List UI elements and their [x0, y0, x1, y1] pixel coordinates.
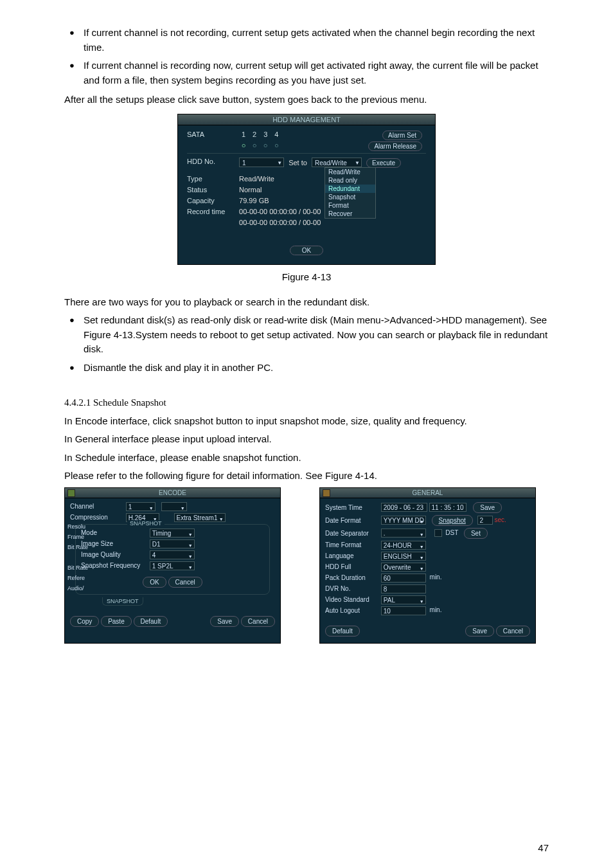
channel-extra[interactable]: ▼: [161, 502, 187, 511]
type-label: Type: [187, 175, 237, 183]
time-input[interactable]: 11 : 35 : 10: [429, 503, 466, 512]
hdd-full-select[interactable]: Overwrite▼: [381, 563, 426, 572]
auto-logout-input[interactable]: 10: [381, 606, 426, 615]
image-size-select[interactable]: D1▼: [150, 539, 195, 548]
dropdown-item[interactable]: Recover: [325, 210, 375, 218]
dvr-no-label: DVR No.: [325, 585, 379, 592]
capacity-value: 79.99 GB: [239, 197, 269, 204]
snapshot-cancel-button[interactable]: Cancel: [168, 577, 202, 588]
date-input[interactable]: 2009 - 06 - 23: [381, 503, 427, 512]
sata-status-1: ○: [239, 141, 248, 149]
dialog-title: HDD MANAGEMENT: [178, 114, 435, 125]
bitrate-label: Bit Rate: [67, 542, 88, 552]
paragraph: There are two ways for you to playback o…: [64, 295, 549, 310]
dialog-title: GENERAL: [320, 488, 535, 498]
save-button[interactable]: Save: [465, 626, 494, 637]
dropdown-item-selected[interactable]: Redundant: [325, 185, 375, 193]
snapshot-nested-panel: SNAPSHOT Mode Timing▼ Image Size D1▼ Ima…: [75, 524, 270, 595]
channel-label: Channel: [70, 503, 124, 510]
channel-select[interactable]: 1▼: [126, 502, 155, 511]
record-time-value-2: 00-00-00 00:00:00 / 00-00: [239, 219, 321, 226]
execute-button[interactable]: Execute: [366, 158, 401, 168]
dropdown-item[interactable]: Format: [325, 201, 375, 210]
save-time-button[interactable]: Save: [473, 502, 502, 513]
min-label: min.: [430, 606, 442, 613]
copy-button[interactable]: Copy: [70, 616, 99, 627]
dropdown-item[interactable]: Read/Write: [325, 168, 375, 176]
bullet-item: Dismantle the disk and play it in anothe…: [84, 361, 549, 375]
extra-stream-select[interactable]: Extra Stream1▼: [174, 513, 226, 522]
image-size-label: Image Size: [81, 540, 148, 547]
paragraph: In General interface please input upload…: [64, 432, 549, 447]
dvr-no-input[interactable]: 8: [381, 584, 426, 593]
sata-label: SATA: [187, 131, 237, 138]
sata-col-2: 2: [250, 131, 259, 138]
min-label: min.: [430, 574, 442, 581]
snapshot-freq-select[interactable]: 1 SP2L▼: [150, 561, 195, 570]
mode-label: Mode: [81, 529, 148, 536]
reference-label: Refere: [67, 573, 88, 583]
snapshot-sec-input[interactable]: 2: [477, 516, 493, 525]
pack-duration-label: Pack Duration: [325, 574, 379, 581]
default-button[interactable]: Default: [134, 616, 168, 627]
status-label: Status: [187, 186, 237, 194]
hdd-management-dialog: HDD MANAGEMENT SATA 1 2 3 4 Alarm Set ○ …: [177, 114, 436, 265]
paragraph: In Schedule interface, please enable sna…: [64, 451, 549, 466]
dropdown-item[interactable]: Read only: [325, 176, 375, 185]
cancel-button[interactable]: Cancel: [496, 626, 530, 637]
system-time-label: System Time: [325, 504, 379, 511]
paragraph: In Encode interface, click snapshot butt…: [64, 414, 549, 429]
paragraph: Please refer to the following figure for…: [64, 469, 549, 484]
set-to-select[interactable]: Read/Write▼: [312, 158, 362, 167]
sata-status-2: ○: [250, 141, 259, 149]
mode-select[interactable]: Timing▼: [150, 529, 195, 538]
hdd-no-label: HDD No.: [187, 158, 237, 165]
save-button[interactable]: Save: [210, 616, 239, 627]
dropdown-item[interactable]: Snapshot: [325, 193, 375, 201]
cancel-button[interactable]: Cancel: [241, 616, 275, 627]
status-value: Normal: [239, 186, 262, 194]
set-to-dropdown[interactable]: Read/Write Read only Redundant Snapshot …: [324, 167, 376, 219]
paste-button[interactable]: Paste: [101, 616, 132, 627]
snapshot-button[interactable]: Snapshot: [432, 515, 473, 526]
sata-status-3: ○: [261, 141, 270, 149]
sata-col-3: 3: [261, 131, 270, 138]
capacity-label: Capacity: [187, 197, 237, 204]
video-standard-select[interactable]: PAL▼: [381, 595, 426, 604]
default-button[interactable]: Default: [325, 626, 360, 637]
record-time-value-1: 00-00-00 00:00:00 / 00-00: [239, 208, 321, 215]
bullet-item: If current channel is recording now, cur…: [84, 59, 549, 87]
sata-col-1: 1: [239, 131, 248, 138]
language-label: Language: [325, 552, 379, 559]
snapshot-tab[interactable]: SNAPSHOT: [102, 597, 143, 606]
encode-dialog: ENCODE Channel 1▼ ▼ Compression H.264▼ E…: [64, 487, 281, 644]
snapshot-ok-button[interactable]: OK: [143, 577, 166, 588]
pack-duration-input[interactable]: 60: [381, 574, 426, 583]
alarm-release-button[interactable]: Alarm Release: [368, 141, 422, 151]
alarm-set-button[interactable]: Alarm Set: [382, 131, 422, 140]
image-quality-select[interactable]: 4▼: [150, 550, 195, 559]
type-value: Read/Write: [239, 175, 274, 183]
ok-button[interactable]: OK: [290, 246, 323, 255]
resolution-label: Resolu: [67, 521, 88, 532]
dst-checkbox[interactable]: [434, 529, 442, 537]
sata-col-4: 4: [272, 131, 281, 138]
set-to-label: Set to: [289, 159, 307, 167]
date-separator-select[interactable]: .▼: [381, 529, 426, 538]
time-format-select[interactable]: 24-HOUR▼: [381, 541, 426, 550]
snapshot-title: SNAPSHOT: [127, 520, 164, 527]
dialog-title: ENCODE: [65, 488, 280, 498]
encode-icon: [67, 489, 75, 497]
general-icon: [323, 489, 330, 497]
audio-label: Audio/: [67, 583, 88, 593]
date-format-select[interactable]: YYYY MM DD▼: [381, 516, 426, 525]
language-select[interactable]: ENGLISH▼: [381, 552, 426, 561]
sata-status-4: ○: [272, 141, 281, 149]
set-to-value: Read/Write: [315, 159, 347, 167]
figure-caption: Figure 4-13: [64, 271, 549, 282]
date-separator-label: Date Separator: [325, 530, 379, 537]
hdd-no-select[interactable]: 1▼: [239, 158, 284, 167]
bitrate2-label: Bit Rate: [67, 563, 88, 573]
dst-set-button[interactable]: Set: [464, 528, 488, 539]
section-heading: 4.4.2.1 Schedule Snapshot: [64, 395, 549, 410]
